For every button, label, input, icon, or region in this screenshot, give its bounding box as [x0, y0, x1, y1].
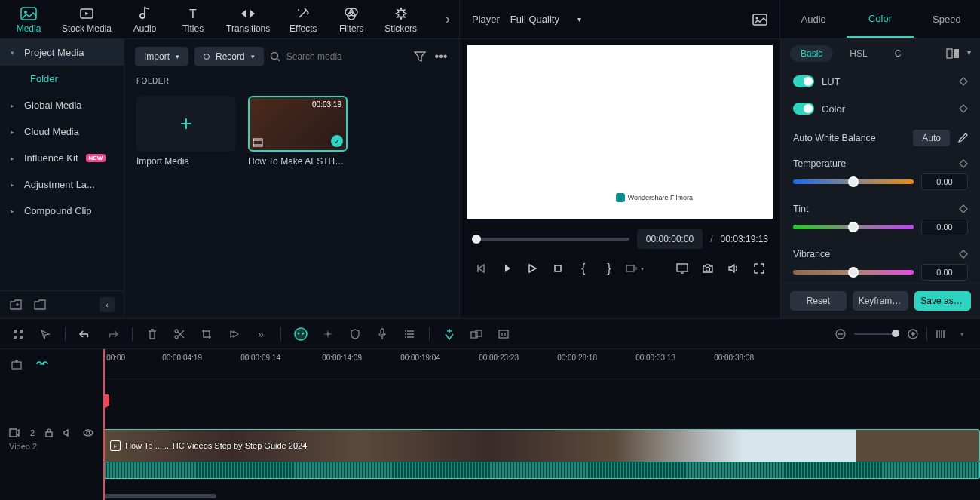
tab-stock-media[interactable]: Stock Media: [54, 2, 119, 37]
vibrance-slider[interactable]: [793, 270, 914, 275]
tab-stickers[interactable]: Stickers: [377, 2, 424, 37]
sparkle-icon[interactable]: [320, 327, 335, 342]
zoom-out-icon[interactable]: [833, 327, 848, 342]
track-height-icon[interactable]: [933, 327, 948, 342]
expand-icon[interactable]: [496, 327, 511, 342]
keyframe-panel-button[interactable]: Keyframe P...: [853, 291, 909, 311]
vibrance-value[interactable]: 0.00: [921, 264, 968, 281]
save-preset-button[interactable]: Save as cu...: [914, 291, 971, 311]
delete-icon[interactable]: [145, 327, 160, 342]
keyframe-icon[interactable]: [959, 250, 968, 259]
sidebar-influence-kit[interactable]: ▸Influence KitNEW: [0, 145, 124, 171]
zoom-slider[interactable]: [854, 333, 899, 335]
new-folder-icon[interactable]: [9, 298, 23, 311]
collapse-sidebar-icon[interactable]: ‹: [100, 297, 115, 312]
right-tab-audio[interactable]: Audio: [780, 2, 847, 37]
timeline-ruler[interactable]: 00:00 00:00:04:19 00:00:09:14 00:00:14:0…: [103, 349, 980, 379]
mic-icon[interactable]: [375, 327, 390, 342]
import-button[interactable]: Import▾: [135, 47, 188, 66]
search-input[interactable]: [286, 51, 406, 62]
media-clip-tile[interactable]: 00:03:19 ✓ How To Make AESTHE...: [248, 96, 348, 167]
mute-icon[interactable]: [63, 429, 72, 437]
sidebar-global-media[interactable]: ▸Global Media: [0, 92, 124, 118]
tabs-more-icon[interactable]: ›: [443, 8, 453, 30]
play-button[interactable]: [523, 259, 541, 278]
keyframe-icon[interactable]: [959, 77, 968, 86]
group-icon[interactable]: [469, 327, 484, 342]
auto-button[interactable]: Auto: [913, 130, 950, 146]
redo-icon[interactable]: [105, 327, 120, 342]
tab-effects[interactable]: Effects: [280, 2, 326, 37]
shield-icon[interactable]: [348, 327, 363, 342]
compare-icon[interactable]: [946, 48, 960, 59]
video-track-icon[interactable]: [9, 428, 20, 437]
timeline-clip[interactable]: ▸ How To ... ...TIC Videos Step by Step …: [103, 429, 980, 462]
playhead[interactable]: [103, 349, 105, 500]
cursor-icon[interactable]: [38, 327, 53, 342]
sidebar-adjustment-layer[interactable]: ▸Adjustment La...: [0, 171, 124, 198]
display-button[interactable]: [673, 259, 691, 278]
playback-options-button[interactable]: ▾: [626, 259, 644, 278]
search-icon[interactable]: [270, 51, 280, 62]
timeline-audio-clip[interactable]: [103, 462, 980, 479]
zoom-in-icon[interactable]: [905, 327, 920, 342]
tint-value[interactable]: 0.00: [921, 219, 968, 235]
marker-icon[interactable]: [442, 327, 457, 342]
seek-handle[interactable]: [472, 235, 481, 244]
temperature-slider[interactable]: [793, 179, 914, 184]
camera-button[interactable]: [699, 259, 717, 278]
subtab-hsl[interactable]: HSL: [839, 45, 877, 62]
link-icon[interactable]: [35, 357, 50, 372]
sidebar-project-media[interactable]: ▾ Project Media: [0, 39, 124, 66]
color-toggle[interactable]: [793, 103, 814, 115]
keyframe-icon[interactable]: [959, 104, 968, 113]
player-viewport[interactable]: Wondershare Filmora: [467, 45, 773, 219]
seek-bar[interactable]: [472, 238, 629, 241]
more-tools-icon[interactable]: »: [253, 327, 268, 342]
keyframe-icon[interactable]: [959, 159, 968, 168]
quality-select[interactable]: Full Quality ▾: [510, 14, 581, 25]
ai-icon[interactable]: [293, 327, 308, 342]
tab-titles[interactable]: T Titles: [170, 2, 216, 37]
more-icon[interactable]: •••: [433, 49, 449, 64]
visibility-icon[interactable]: [83, 429, 93, 437]
lut-toggle[interactable]: [793, 75, 814, 87]
chevron-down-icon[interactable]: ▾: [967, 48, 971, 59]
step-back-button[interactable]: [498, 259, 516, 278]
eyedropper-icon[interactable]: [957, 133, 968, 143]
tint-slider[interactable]: [793, 225, 914, 229]
tab-audio[interactable]: Audio: [122, 2, 167, 37]
crop-icon[interactable]: [199, 327, 214, 342]
filter-icon[interactable]: [412, 49, 427, 64]
speed-icon[interactable]: [226, 327, 241, 342]
tab-filters[interactable]: Filters: [329, 2, 374, 37]
import-media-tile[interactable]: + Import Media: [136, 96, 236, 167]
list-icon[interactable]: [402, 327, 417, 342]
reset-button[interactable]: Reset: [790, 291, 847, 311]
temperature-value[interactable]: 0.00: [921, 173, 968, 190]
folder-icon[interactable]: [33, 298, 47, 311]
grid-icon[interactable]: [11, 327, 26, 342]
right-tab-speed[interactable]: Speed: [914, 2, 980, 37]
record-button[interactable]: Record▾: [194, 47, 264, 66]
stop-button[interactable]: [549, 259, 567, 278]
sidebar-cloud-media[interactable]: ▸Cloud Media: [0, 118, 124, 145]
undo-icon[interactable]: [78, 327, 93, 342]
chevron-down-icon[interactable]: ▾: [954, 327, 969, 342]
subtab-basic[interactable]: Basic: [790, 45, 833, 62]
split-icon[interactable]: [172, 327, 187, 342]
fullscreen-button[interactable]: [750, 259, 768, 278]
sidebar-compound-clip[interactable]: ▸Compound Clip: [0, 198, 124, 224]
right-tab-color[interactable]: Color: [847, 1, 913, 38]
add-track-icon[interactable]: [9, 357, 24, 372]
sidebar-folder[interactable]: Folder: [0, 66, 124, 92]
subtab-curves[interactable]: C: [884, 45, 912, 62]
mark-in-button[interactable]: {: [574, 259, 593, 278]
keyframe-icon[interactable]: [959, 204, 968, 213]
timeline-scrollbar[interactable]: [103, 494, 216, 498]
tab-transitions[interactable]: Transitions: [219, 2, 277, 37]
tab-media[interactable]: Media: [6, 2, 51, 37]
mark-out-button[interactable]: }: [600, 259, 618, 278]
lock-icon[interactable]: [45, 428, 53, 437]
snapshot-icon[interactable]: [752, 14, 767, 26]
